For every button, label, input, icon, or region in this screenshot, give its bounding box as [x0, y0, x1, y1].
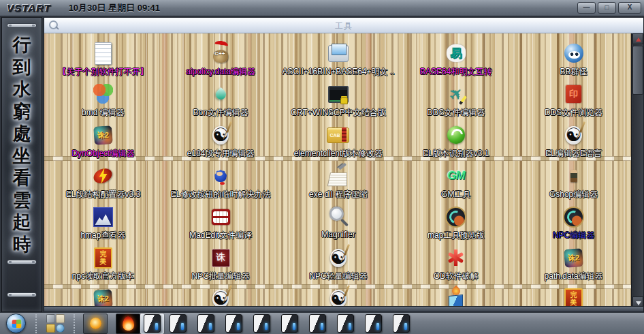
- app-item[interactable]: EL修改按钮的临时解决办法: [162, 162, 280, 202]
- app-item[interactable]: BB群怪: [515, 39, 632, 80]
- app-item[interactable]: bmd 编辑器: [44, 80, 162, 121]
- app-label: e184段专用编辑器: [187, 148, 255, 160]
- app-item[interactable]: path.data编辑器: [515, 243, 632, 284]
- gold-seal-icon: [91, 245, 115, 270]
- app-item[interactable]: elementclient版本修改器: [280, 121, 398, 162]
- teeth-icon: [208, 204, 233, 229]
- taskbar-item-fire-character-app[interactable]: [108, 314, 140, 334]
- taskbar-item-pc-case-app-5[interactable]: [248, 314, 276, 334]
- vstart-window: VSTART 10月30日 星期日 09:41 — □ X 行到水窮處坐看雲起時…: [0, 0, 644, 334]
- app-label: EL修改按钮的临时解决办法: [171, 189, 271, 200]
- app-label: npc读取官方版本: [72, 271, 134, 282]
- panel-bottom-frame: [44, 306, 643, 312]
- app-item[interactable]: hmap查看器: [44, 202, 162, 243]
- poem-char: 雲: [13, 189, 31, 212]
- taskbar-item-pc-case-app-7[interactable]: [304, 314, 332, 334]
- tools-content: 【关于个别软件打不开】aipolicy.data编辑器ASCII+16BIN+B…: [44, 33, 632, 307]
- zhuxian2-icon: [91, 286, 115, 307]
- poem-column: 行到水窮處坐看雲起時: [2, 34, 42, 256]
- tools-header: 工具: [44, 18, 643, 33]
- mountain-icon: [91, 204, 115, 229]
- taskbar-item-pc-case-app-6[interactable]: [276, 314, 304, 334]
- app-item[interactable]: DDS文件浏览器: [515, 80, 632, 121]
- app-item-partial[interactable]: [280, 284, 398, 307]
- app-item[interactable]: 【关于个别软件打不开】: [44, 39, 162, 80]
- quick-launch-icon-1[interactable]: [46, 314, 55, 323]
- scroll-up-button[interactable]: [632, 33, 643, 44]
- sun-icon: [83, 314, 108, 334]
- poem-char: 處: [13, 123, 31, 145]
- maximize-button[interactable]: □: [598, 2, 616, 14]
- taskbar-item-pc-case-app-1[interactable]: [140, 314, 164, 334]
- app-item-partial[interactable]: [397, 284, 515, 307]
- app-item[interactable]: MadEdit文件编译: [162, 202, 280, 243]
- app-item[interactable]: e184段专用编辑器: [162, 121, 280, 162]
- quick-launch-icon-3[interactable]: [46, 324, 55, 333]
- poem-char: 水: [13, 78, 31, 101]
- vertical-scrollbar[interactable]: [631, 33, 643, 307]
- app-item[interactable]: GM工具: [397, 162, 515, 202]
- app-item[interactable]: EL版本识别器v3.1: [397, 121, 515, 162]
- gm-letters-icon: [444, 164, 468, 188]
- pc-case-icon: [281, 314, 298, 333]
- vstart-logo: VSTART: [7, 2, 51, 14]
- taskbar-item-pc-case-app-3[interactable]: [192, 314, 220, 334]
- app-item[interactable]: EL编辑器E语言: [515, 121, 632, 162]
- app-item[interactable]: OD软件破解: [397, 243, 515, 284]
- taskbar-item-windows-start[interactable]: [0, 314, 26, 334]
- app-item[interactable]: DynObject编辑器: [44, 121, 162, 162]
- app-label: NPC批量编辑器: [192, 271, 250, 282]
- app-item[interactable]: BASE64和明文互转: [397, 39, 515, 80]
- icon-grid: 【关于个别软件打不开】aipolicy.data编辑器ASCII+16BIN+B…: [44, 33, 632, 307]
- taskbar-item-pc-case-app-4[interactable]: [220, 314, 248, 334]
- app-item[interactable]: Magnifier: [280, 202, 398, 243]
- app-item[interactable]: aipolicy.data编辑器: [162, 39, 280, 80]
- app-item[interactable]: CRT+WINSCP中文结合版: [280, 80, 398, 121]
- poem-char: 起: [13, 211, 31, 234]
- taichi-sword-icon: [562, 123, 586, 147]
- taskbar-item-pc-case-app-10[interactable]: [387, 314, 415, 334]
- app-item[interactable]: Bon文件编辑器: [162, 80, 280, 121]
- app-item[interactable]: npc读取官方版本: [44, 243, 162, 284]
- taskbar-item-sun-app[interactable]: [75, 314, 108, 334]
- pc-case-icon: [225, 314, 242, 333]
- app-item[interactable]: NPC编辑器: [515, 202, 632, 243]
- taskbar-item-quick-launch[interactable]: [26, 314, 75, 334]
- flash-icon: [91, 164, 115, 188]
- taskbar-item-pc-case-app-2[interactable]: [164, 314, 192, 334]
- close-button[interactable]: X: [618, 2, 641, 14]
- app-item-partial[interactable]: [162, 284, 280, 307]
- app-label: Magnifier: [321, 230, 355, 239]
- color-cube-icon: [444, 286, 468, 307]
- app-item[interactable]: DDS文件编辑器: [397, 80, 515, 121]
- quick-launch-icon-4[interactable]: [56, 324, 65, 333]
- app-item[interactable]: NPC轻量编辑器: [280, 243, 398, 284]
- taskbar-item-pc-case-app-9[interactable]: [359, 314, 387, 334]
- taskbar-item-pc-case-app-8[interactable]: [332, 314, 359, 334]
- app-item[interactable]: Gshop编辑器: [515, 162, 632, 202]
- green-drop-icon: [208, 82, 233, 106]
- tools-panel: 工具 【关于个别软件打不开】aipolicy.data编辑器ASCII+16BI…: [44, 17, 644, 312]
- zhuxian2-icon: [562, 245, 586, 270]
- app-item-partial[interactable]: [44, 284, 162, 307]
- scroll-thumb[interactable]: [632, 46, 643, 95]
- red-burst-icon: [444, 245, 468, 270]
- app-item[interactable]: NPC批量编辑器: [162, 243, 280, 284]
- app-item-partial[interactable]: [515, 284, 632, 307]
- sidebar-slider-bottom[interactable]: [7, 292, 37, 297]
- app-item[interactable]: ASCII+16BIN+BASE64+明文 ..: [280, 39, 398, 80]
- taichi-sword-icon: [208, 123, 233, 147]
- poem-char: 時: [13, 234, 31, 256]
- magnifier-icon: [326, 204, 351, 229]
- app-label: ASCII+16BIN+BASE64+明文 ..: [282, 66, 394, 78]
- app-label: hmap查看器: [80, 230, 125, 241]
- minimize-button[interactable]: —: [577, 2, 596, 14]
- app-item[interactable]: EL段结构配置器v3.3: [44, 162, 162, 202]
- easy-language-icon: [444, 41, 468, 65]
- tools-title: 工具: [44, 20, 643, 32]
- sidebar-slider-middle[interactable]: [7, 260, 37, 264]
- quick-launch-icon-2[interactable]: [56, 314, 65, 323]
- app-item[interactable]: exe dll 程序压缩: [280, 162, 398, 202]
- app-item[interactable]: map工具预览版: [397, 202, 515, 243]
- sidebar-slider-top[interactable]: [7, 23, 37, 28]
